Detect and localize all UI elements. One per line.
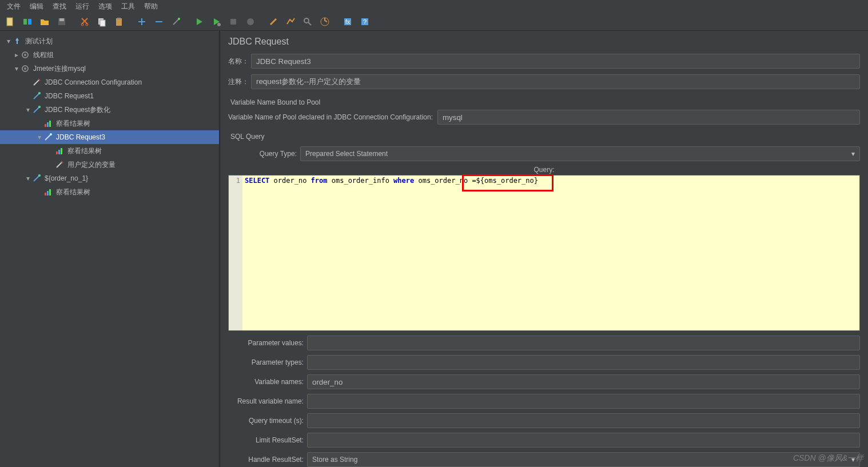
templates-icon[interactable] [19, 14, 35, 30]
minus-icon[interactable] [151, 14, 167, 30]
var-names-input[interactable] [307, 374, 860, 389]
query-type-select[interactable]: Prepared Select Statement ▾ [300, 146, 860, 161]
svg-rect-4 [59, 18, 64, 21]
tree-user-vars[interactable]: 用户定义的变量 [0, 158, 219, 171]
run-icon[interactable] [191, 14, 207, 30]
limit-result-input[interactable] [307, 433, 860, 448]
svg-point-26 [38, 106, 41, 108]
clear-all-icon[interactable] [282, 14, 298, 30]
content-panel: JDBC Request 名称： 注释： Variable Name Bound… [220, 31, 868, 467]
panel-title: JDBC Request [228, 37, 860, 47]
wand-icon[interactable] [168, 14, 184, 30]
svg-point-15 [304, 18, 309, 23]
tree-jdbc-req-param[interactable]: ▾ JDBC Request参数化 [0, 103, 219, 117]
cut-icon[interactable] [77, 14, 93, 30]
tree-jdbc-req3-label: JDBC Request3 [56, 133, 105, 141]
param-values-input[interactable] [307, 336, 860, 350]
stop-icon[interactable] [225, 14, 241, 30]
watermark: CSDN @像风&一样 [793, 453, 863, 464]
svg-point-14 [247, 18, 254, 25]
svg-point-25 [38, 92, 41, 94]
param-types-label: Parameter types: [228, 358, 304, 366]
gutter: 1 [229, 175, 242, 330]
svg-rect-10 [117, 18, 121, 19]
new-icon[interactable] [2, 14, 18, 30]
code-area[interactable]: SELECT order_no from oms_order_info wher… [242, 175, 859, 330]
svg-point-11 [178, 18, 180, 20]
tree-order-no[interactable]: ▾ ${order_no_1} [0, 171, 219, 185]
sql-section-label: SQL Query [230, 133, 860, 141]
chevron-down-icon: ▾ [851, 150, 855, 158]
svg-rect-32 [58, 150, 60, 154]
tree-view-results-1-label: 察看结果树 [56, 119, 90, 129]
handle-result-select[interactable]: Store as String ▾ [307, 452, 860, 467]
tree-panel[interactable]: ▾ 测试计划 ▸ 线程组 ▾ Jmeter连接mysql JDBC Connec… [0, 31, 220, 467]
save-icon[interactable] [54, 14, 70, 30]
tree-jdbc-req3[interactable]: ▾ JDBC Request3 [0, 130, 219, 144]
svg-rect-28 [47, 122, 49, 127]
param-types-input[interactable] [307, 355, 860, 370]
pool-section-label: Variable Name Bound to Pool [230, 98, 860, 106]
menu-run[interactable]: 运行 [71, 1, 94, 13]
sql-part1: order_no [269, 177, 310, 185]
help-icon[interactable]: ? [357, 14, 373, 30]
kw-select: SELECT [245, 177, 269, 185]
query-label: Query: [228, 166, 860, 174]
menu-help[interactable]: 帮助 [140, 1, 162, 13]
open-icon[interactable] [37, 14, 53, 30]
svg-point-30 [50, 133, 52, 135]
svg-point-34 [38, 174, 41, 177]
tree-jmeter-mysql[interactable]: ▾ Jmeter连接mysql [0, 62, 219, 75]
pool-input[interactable] [437, 110, 860, 125]
svg-rect-33 [61, 148, 62, 154]
svg-rect-29 [49, 121, 51, 127]
run-noTimers-icon[interactable] [208, 14, 224, 30]
paste-icon[interactable] [111, 14, 127, 30]
tree-jdbc-conn[interactable]: JDBC Connection Configuration [0, 75, 219, 89]
plus-icon[interactable] [134, 14, 150, 30]
tree-view-results-3[interactable]: 察看结果树 [0, 185, 219, 199]
svg-point-22 [24, 54, 26, 56]
tree-jdbc-req-param-label: JDBC Request参数化 [45, 105, 110, 115]
menu-options[interactable]: 选项 [94, 1, 117, 13]
tree-test-plan-label: 测试计划 [25, 37, 53, 46]
function-icon[interactable]: fx [340, 14, 356, 30]
handle-result-label: Handle ResultSet: [228, 456, 304, 464]
limit-result-label: Limit ResultSet: [228, 436, 304, 444]
sql-editor[interactable]: 1 SELECT order_no from oms_order_info wh… [228, 175, 860, 331]
result-var-label: Result variable name: [228, 397, 304, 405]
tree-jdbc-req1[interactable]: JDBC Request1 [0, 89, 219, 103]
reset-search-icon[interactable] [317, 14, 333, 30]
search-toolbar-icon[interactable] [300, 14, 316, 30]
clear-icon[interactable] [265, 14, 281, 30]
svg-rect-13 [230, 19, 236, 25]
tree-thread-group[interactable]: ▸ 线程组 [0, 48, 219, 62]
comment-input[interactable] [251, 74, 860, 89]
menu-file[interactable]: 文件 [2, 1, 25, 13]
tree-user-vars-label: 用户定义的变量 [67, 160, 116, 170]
name-label: 名称： [228, 57, 251, 66]
shutdown-icon[interactable] [242, 14, 258, 30]
tree-view-results-2[interactable]: 察看结果树 [0, 144, 219, 158]
tree-view-results-1[interactable]: 察看结果树 [0, 117, 219, 130]
svg-rect-27 [45, 124, 46, 127]
svg-text:?: ? [363, 18, 367, 25]
svg-rect-37 [49, 189, 51, 195]
menu-search[interactable]: 查找 [48, 1, 71, 13]
tree-test-plan[interactable]: ▾ 测试计划 [0, 34, 219, 48]
splitter-handle[interactable] [219, 271, 220, 282]
query-timeout-input[interactable] [307, 413, 860, 428]
tree-thread-group-label: 线程组 [33, 50, 54, 60]
svg-rect-31 [56, 151, 58, 154]
menu-edit[interactable]: 编辑 [25, 1, 48, 13]
menu-tools[interactable]: 工具 [117, 1, 140, 13]
param-values-label: Parameter values: [228, 339, 304, 347]
svg-point-24 [24, 67, 26, 70]
kw-where: where [393, 177, 414, 185]
copy-icon[interactable] [94, 14, 110, 30]
svg-rect-8 [100, 20, 105, 26]
tree-jdbc-req1-label: JDBC Request1 [45, 92, 94, 100]
name-input[interactable] [251, 54, 860, 69]
query-type-label: Query Type: [228, 150, 297, 158]
result-var-input[interactable] [307, 394, 860, 409]
